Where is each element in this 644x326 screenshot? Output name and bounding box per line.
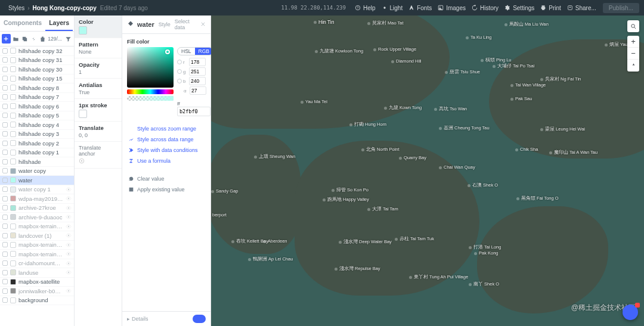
print-button[interactable]: Print xyxy=(540,5,561,11)
layer-checkbox[interactable] xyxy=(2,242,8,247)
layer-checkbox[interactable] xyxy=(2,150,8,155)
b-radio[interactable] xyxy=(177,79,182,83)
share-button[interactable]: Share... xyxy=(567,5,596,11)
history-button[interactable]: History xyxy=(472,5,499,11)
layer-checkbox[interactable] xyxy=(2,57,8,63)
layer-checkbox[interactable] xyxy=(2,196,8,201)
layer-checkbox[interactable] xyxy=(2,205,8,210)
clear-value[interactable]: Clear value xyxy=(127,173,206,184)
tab-layers[interactable]: Layers xyxy=(45,15,73,31)
layer-row[interactable]: wdpa-may2019-aus-sha... xyxy=(0,194,74,204)
a-input[interactable] xyxy=(190,86,206,95)
layer-row[interactable]: water copy xyxy=(0,167,74,176)
layer-checkbox[interactable] xyxy=(2,122,8,128)
close-button[interactable] xyxy=(200,21,206,28)
layer-row[interactable]: archive-9-duaooc xyxy=(0,213,74,222)
layer-row[interactable]: hillshade copy 6 xyxy=(0,102,74,111)
help-button[interactable]: ?Help xyxy=(355,5,376,11)
b-input[interactable] xyxy=(189,77,206,85)
r-input[interactable] xyxy=(189,58,206,66)
layer-checkbox[interactable] xyxy=(2,94,8,100)
layer-checkbox[interactable] xyxy=(2,48,8,54)
zoom-out-button[interactable]: − xyxy=(627,48,639,60)
layer-row[interactable]: hillshade copy 3 xyxy=(0,130,74,139)
layer-row[interactable]: water copy 1 xyxy=(0,185,74,195)
layer-checkbox[interactable] xyxy=(2,187,8,192)
fab-button[interactable] xyxy=(623,305,638,320)
layer-checkbox[interactable] xyxy=(2,252,8,257)
fonts-button[interactable]: Fonts xyxy=(408,5,432,11)
footer-pill[interactable] xyxy=(193,315,206,323)
map-canvas[interactable]: Hin Tin莫家村 Mao Tat馬鞍山 Ma Liu WanTa Ku Li… xyxy=(211,15,644,326)
layer-checkbox[interactable] xyxy=(2,67,8,72)
prop-pattern[interactable]: Pattern None xyxy=(75,38,122,58)
layer-row[interactable]: hillshade copy 4 xyxy=(0,120,74,130)
layer-checkbox[interactable] xyxy=(2,279,8,284)
layer-checkbox[interactable] xyxy=(2,233,8,238)
search-control[interactable] xyxy=(627,20,639,32)
layer-checkbox[interactable] xyxy=(2,113,8,118)
layer-row[interactable]: background xyxy=(0,296,74,306)
layer-row[interactable]: mapbox-terrain-rgb copy xyxy=(0,241,74,250)
layer-row[interactable]: hillshade copy 31 xyxy=(0,56,74,66)
visibility-icon[interactable] xyxy=(66,260,72,266)
layer-checkbox[interactable] xyxy=(2,215,8,220)
prop-stroke[interactable]: 1px stroke xyxy=(75,99,122,122)
layer-checkbox[interactable] xyxy=(2,288,8,294)
filter-button[interactable] xyxy=(64,35,72,43)
layer-row[interactable]: hillshade copy 1 xyxy=(0,148,74,158)
add-layer-button[interactable] xyxy=(2,34,11,44)
unlink-button[interactable] xyxy=(30,35,38,43)
hex-input[interactable] xyxy=(177,107,210,116)
color-mode-toggle[interactable]: HSL RGB xyxy=(177,47,213,55)
zoom-in-button[interactable]: + xyxy=(627,36,639,48)
visibility-icon[interactable] xyxy=(66,288,72,294)
visibility-icon[interactable] xyxy=(66,187,72,193)
layer-row[interactable]: archive-27kroe xyxy=(0,204,74,213)
search-icon[interactable] xyxy=(627,20,639,32)
layer-row[interactable]: jonniwalker-b01773rl xyxy=(0,287,74,296)
layer-checkbox[interactable] xyxy=(2,85,8,91)
layer-row[interactable]: landuse xyxy=(0,268,74,278)
layer-list[interactable]: hillshade copy 32 hillshade copy 31 hill… xyxy=(0,46,74,326)
delete-button[interactable] xyxy=(39,35,47,43)
hue-slider[interactable] xyxy=(127,89,174,94)
alpha-slider[interactable] xyxy=(127,96,174,101)
mode-rgb[interactable]: RGB xyxy=(195,48,213,55)
visibility-icon[interactable] xyxy=(66,205,72,211)
layer-row[interactable]: water xyxy=(0,176,74,185)
visibility-icon[interactable] xyxy=(66,269,72,275)
layer-checkbox[interactable] xyxy=(2,131,8,136)
visibility-icon[interactable] xyxy=(66,214,72,220)
light-button[interactable]: Light xyxy=(382,5,403,11)
compass-button[interactable] xyxy=(627,60,639,72)
layer-row[interactable]: hillshade copy 2 xyxy=(0,139,74,148)
layer-checkbox[interactable] xyxy=(2,260,8,266)
publish-button[interactable]: Publish... xyxy=(603,3,639,13)
use-formula[interactable]: Use a formula xyxy=(127,156,206,166)
visibility-icon[interactable] xyxy=(66,242,72,248)
layer-row[interactable]: hillshade xyxy=(0,157,74,167)
mode-hsl[interactable]: HSL xyxy=(178,48,195,55)
layer-checkbox[interactable] xyxy=(2,270,8,275)
layer-row[interactable]: mapbox-satellite xyxy=(0,278,74,287)
duplicate-button[interactable] xyxy=(21,35,29,43)
prop-opacity[interactable]: Opacity 1 xyxy=(75,58,122,79)
prop-color[interactable]: Color xyxy=(75,15,122,38)
layer-checkbox[interactable] xyxy=(2,159,8,164)
layer-checkbox[interactable] xyxy=(2,104,8,109)
style-conditions[interactable]: Style with data conditions xyxy=(127,145,206,156)
visibility-icon[interactable] xyxy=(66,195,72,201)
layer-row[interactable]: mapbox-terrain-rgb xyxy=(0,250,74,259)
style-zoom-range[interactable]: Style across zoom range xyxy=(127,123,206,134)
layer-row[interactable]: hillshade copy 30 xyxy=(0,65,74,74)
layer-row[interactable]: landcover (1) xyxy=(0,231,74,241)
layer-checkbox[interactable] xyxy=(2,76,8,81)
prop-translate[interactable]: Translate 0, 0 xyxy=(75,122,122,142)
g-input[interactable] xyxy=(189,67,206,76)
layer-row[interactable]: cr-idahomountainranges-pu... xyxy=(0,259,74,269)
layer-row[interactable]: mapbox-terrain-rgb (1) xyxy=(0,222,74,232)
layer-row[interactable]: hillshade copy 7 xyxy=(0,93,74,103)
visibility-icon[interactable] xyxy=(66,251,72,257)
page-title[interactable]: Hong Kong-copy-copy xyxy=(33,5,97,11)
